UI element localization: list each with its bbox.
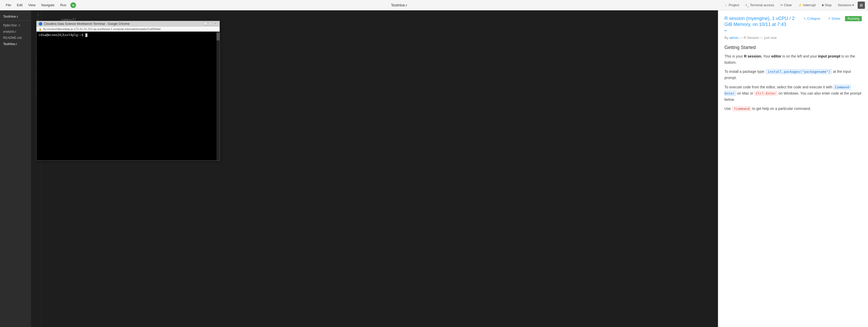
- terminal-prompt: cdsw@mcneo24jkxxt4plg:~$: [38, 33, 218, 37]
- sidebar-item-rjdbctest[interactable]: RjdbcTest ↻: [0, 22, 31, 28]
- run-button[interactable]: [70, 2, 76, 8]
- getting-started-p2: To install a package type: install.packa…: [724, 69, 862, 81]
- grid-icon[interactable]: ⊞: [858, 2, 865, 9]
- terminal-window: 🔵 Cloudera Data Science Workbench Termin…: [36, 21, 220, 161]
- sidebar: TestHive.r RjdbcTest ↻ analysis.r README…: [0, 10, 31, 327]
- terminal-access-button[interactable]: >_ Terminal access: [743, 2, 777, 8]
- editor-filename: TestHive.r: [76, 3, 722, 7]
- share-icon: ↗: [828, 17, 831, 21]
- terminal-favicon: 🔵: [38, 22, 42, 26]
- getting-started-p4: Use ?command to get help on a particular…: [724, 106, 862, 112]
- sidebar-item-label: analysis.r: [3, 30, 16, 33]
- sidebar-item-label: TestHive.r: [3, 42, 17, 46]
- editor-area: 1 2 3 4 5 6 7 8 9 10 11 12 13 14 15 16 1…: [31, 10, 718, 327]
- interrupt-button[interactable]: ⚡ Interrupt: [796, 2, 818, 8]
- arrow-left-icon: ←: [724, 3, 727, 7]
- right-panel: R session (myengine), 1 vCPU / 2 GiB Mem…: [718, 10, 868, 327]
- question-command-code: ?command: [732, 106, 751, 111]
- share-button[interactable]: ↗ Share: [825, 16, 843, 22]
- session-actions: ⤡ Collapse ↗ Share Running: [801, 16, 862, 22]
- running-badge: Running: [845, 16, 862, 21]
- clear-button[interactable]: ✏ Clear: [778, 2, 795, 8]
- session-meta: By admin — R Session — just now: [724, 36, 862, 39]
- lock-icon: 🔒: [38, 28, 42, 31]
- terminal-cursor: [85, 33, 87, 37]
- menu-view[interactable]: View: [26, 2, 38, 8]
- collapse-icon: ⤡: [803, 17, 806, 21]
- session-title-block: R session (myengine), 1 vCPU / 2 GiB Mem…: [724, 16, 797, 33]
- project-button[interactable]: ← Project: [722, 2, 742, 8]
- sidebar-item-label: README.md: [3, 36, 22, 39]
- terminal-urlbar: 🔒 tty-mcneo24jkxxt4plg.ip-172-31-31-212.…: [36, 27, 220, 32]
- terminal-scrollbar[interactable]: [216, 32, 220, 160]
- session-header: R session (myengine), 1 vCPU / 2 GiB Mem…: [724, 16, 862, 33]
- terminal-scroll-thumb: [216, 33, 220, 40]
- main-layout: TestHive.r RjdbcTest ↻ analysis.r README…: [0, 10, 868, 327]
- session-title: R session (myengine), 1 vCPU / 2 GiB Mem…: [724, 16, 797, 28]
- collapse-button[interactable]: ⤡ Collapse: [801, 16, 823, 22]
- terminal-url[interactable]: tty-mcneo24jkxxt4plg.ip-172-31-31-212.ap…: [43, 27, 161, 31]
- menu-run[interactable]: Run: [58, 2, 69, 8]
- maximize-button[interactable]: □: [209, 22, 212, 26]
- sessions-button[interactable]: Sessions ▾: [835, 2, 857, 8]
- menu-items: File Edit View Navigate Run: [3, 2, 76, 8]
- stop-button[interactable]: ■ Stop: [819, 2, 834, 8]
- refresh-icon: ↻: [18, 24, 21, 27]
- right-panel-content: R session (myengine), 1 vCPU / 2 GiB Mem…: [718, 10, 868, 120]
- sidebar-item-readme[interactable]: README.md: [0, 35, 31, 41]
- terminal-body[interactable]: cdsw@mcneo24jkxxt4plg:~$: [36, 32, 220, 160]
- menu-navigate[interactable]: Navigate: [38, 2, 57, 8]
- getting-started-text: This is your R session. Your editor is o…: [724, 53, 862, 112]
- chevron-down-icon: ▾: [852, 3, 854, 7]
- minimize-button[interactable]: _: [204, 22, 207, 26]
- terminal-icon: >_: [745, 3, 749, 7]
- menubar: File Edit View Navigate Run TestHive.r ←…: [0, 0, 868, 10]
- terminal-window-title: Cloudera Data Science Workbench Terminal…: [44, 22, 202, 26]
- getting-started-p3: To execute code from the editor, select …: [724, 84, 862, 103]
- install-packages-code: install.packages("packagename"): [766, 69, 832, 74]
- clear-icon: ✏: [780, 3, 783, 7]
- meta-author-link[interactable]: admin: [730, 36, 738, 39]
- menu-file[interactable]: File: [3, 2, 14, 8]
- interrupt-icon: ⚡: [798, 3, 802, 7]
- menu-edit[interactable]: Edit: [14, 2, 25, 8]
- sidebar-item-label: RjdbcTest: [3, 24, 17, 27]
- toolbar-right: ← Project >_ Terminal access ✏ Clear ⚡ I…: [722, 2, 865, 9]
- terminal-titlebar: 🔵 Cloudera Data Science Workbench Termin…: [36, 21, 220, 27]
- edit-icon[interactable]: ✏: [724, 29, 797, 33]
- sidebar-item-analysis[interactable]: analysis.r: [0, 28, 31, 35]
- sidebar-item-testhive[interactable]: TestHive.r: [0, 41, 31, 47]
- sidebar-title: TestHive.r: [0, 12, 31, 21]
- getting-started-p1: This is your R session. Your editor is o…: [724, 53, 862, 66]
- ctrl-enter-code: Ctrl-Enter: [754, 91, 777, 96]
- getting-started-title: Getting Started: [724, 45, 862, 50]
- stop-icon: ■: [822, 3, 824, 7]
- close-button[interactable]: ✕: [214, 22, 218, 26]
